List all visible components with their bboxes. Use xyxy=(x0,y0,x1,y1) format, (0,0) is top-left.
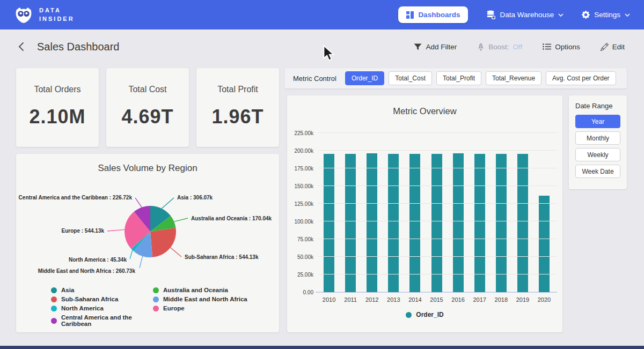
brand-logo[interactable]: DATA INSIDER xyxy=(14,6,75,24)
kpi-row: Total Orders2.10MTotal Cost4.69TTotal Pr… xyxy=(16,68,279,147)
back-button[interactable] xyxy=(16,40,26,54)
dashboards-grid-icon xyxy=(406,11,414,19)
list-icon xyxy=(543,43,551,50)
pie-chart-title: Sales Volume by Region xyxy=(16,154,279,174)
bar-2020[interactable] xyxy=(539,196,550,292)
rocket-icon xyxy=(477,43,485,51)
legend-item-australia-and-oceania[interactable]: Australia and Oceania xyxy=(153,287,247,293)
pie-leader-line xyxy=(171,248,181,257)
date-range-buttons: YearMonthlyWeeklyWeek Date xyxy=(575,115,620,178)
legend-dot xyxy=(153,296,159,302)
owl-logo-icon xyxy=(14,6,33,24)
pie-chart-card: Sales Volume by Region Asia : 306.07kAus… xyxy=(16,154,279,332)
bar-2017[interactable] xyxy=(474,154,485,292)
x-axis-label: 2011 xyxy=(340,296,361,303)
metric-chip-total-profit[interactable]: Total_Profit xyxy=(436,71,481,85)
legend-item-sub-saharan-africa[interactable]: Sub-Saharan Africa xyxy=(51,296,153,302)
x-axis-label: 2019 xyxy=(512,296,533,303)
options-button[interactable]: Options xyxy=(539,42,583,51)
add-filter-label: Add Filter xyxy=(426,43,457,51)
dashboards-button[interactable]: Dashboards xyxy=(398,6,468,23)
metric-control-label: Metric Control xyxy=(293,75,336,83)
date-range-year[interactable]: Year xyxy=(575,115,620,128)
x-axis-label: 2016 xyxy=(448,296,469,303)
date-range-card: Date Range YearMonthlyWeeklyWeek Date xyxy=(569,95,627,189)
dashboard-toolbar: Sales Dashboard Add Filter Boost: Off xyxy=(0,29,644,64)
date-range-week-date[interactable]: Week Date xyxy=(575,165,620,178)
x-axis-label: 2020 xyxy=(533,296,555,303)
bar-2019[interactable] xyxy=(517,154,528,292)
nav-item-data-warehouse[interactable]: Data Warehouse xyxy=(486,10,564,19)
legend-item-middle-east-and-north-africa[interactable]: Middle East and North Africa xyxy=(153,296,247,302)
gridline xyxy=(318,221,557,221)
y-axis-tick: 200.00k xyxy=(294,148,313,154)
bar-2013[interactable] xyxy=(388,154,399,292)
pie-leader-line xyxy=(140,256,143,268)
database-icon xyxy=(486,10,495,19)
legend-item-asia[interactable]: Asia xyxy=(51,287,153,293)
gridline xyxy=(318,239,557,239)
x-axis-label: 2014 xyxy=(404,296,426,303)
metric-chip-order-id[interactable]: Order_ID xyxy=(345,71,384,85)
pencil-icon xyxy=(601,43,609,51)
y-axis-tick: 50.00k xyxy=(297,254,313,260)
bar-2011[interactable] xyxy=(345,154,356,292)
metric-chip-total-cost[interactable]: Total_Cost xyxy=(389,71,432,85)
pie-chart: Asia : 306.07kAustralia and Oceania : 17… xyxy=(16,175,279,285)
date-range-monthly[interactable]: Monthly xyxy=(575,131,620,145)
settings-label: Settings xyxy=(594,11,620,19)
edit-button[interactable]: Edit xyxy=(597,42,628,51)
metric-chip-group: Order_IDTotal_CostTotal_ProfitTotal_Reve… xyxy=(345,71,616,85)
metric-control-bar: Metric Control Order_IDTotal_CostTotal_P… xyxy=(284,68,627,88)
bar-slot xyxy=(361,153,383,292)
footer-strip xyxy=(0,346,644,349)
legend-dot xyxy=(51,318,57,324)
bar-2014[interactable] xyxy=(409,154,420,292)
legend-item-europe[interactable]: Europe xyxy=(153,305,247,311)
boost-button[interactable]: Boost: Off xyxy=(474,42,525,51)
legend-dot xyxy=(153,287,159,293)
add-filter-button[interactable]: Add Filter xyxy=(411,42,460,51)
legend-item-central-america-and-the-caribbean[interactable]: Central America and the Caribbean xyxy=(51,314,153,327)
legend-label: Sub-Saharan Africa xyxy=(61,296,118,302)
legend-item-north-america[interactable]: North America xyxy=(51,305,153,311)
y-axis-tick: 25.00k xyxy=(297,272,313,278)
bar-legend[interactable]: Order_ID xyxy=(287,311,562,318)
legend-label: North America xyxy=(61,305,104,311)
gridline xyxy=(318,168,557,168)
chevron-down-icon xyxy=(558,13,564,17)
legend-dot xyxy=(406,312,412,318)
kpi-card-total-orders: Total Orders2.10M xyxy=(16,68,99,147)
bar-2018[interactable] xyxy=(496,154,507,292)
kpi-label: Total Orders xyxy=(16,85,99,94)
pie-label-middle-east-and-north-africa: Middle East and North Africa : 260.73k xyxy=(38,268,136,274)
x-axis-label: 2013 xyxy=(383,296,404,303)
pie-slice-sub-saharan-africa[interactable] xyxy=(150,228,176,257)
y-axis-tick: 75.00k xyxy=(297,236,313,242)
bar-2016[interactable] xyxy=(453,153,464,292)
bar-chart-plot: 0.0025.00k50.00k75.00k100.00k125.00k150.… xyxy=(318,133,555,292)
gridline xyxy=(318,132,557,133)
y-axis-tick: 175.00k xyxy=(294,166,313,172)
edit-label: Edit xyxy=(612,43,625,51)
x-axis-label: 2012 xyxy=(361,296,383,303)
bar-slot xyxy=(318,154,340,292)
metric-chip-total-revenue[interactable]: Total_Revenue xyxy=(486,71,541,85)
legend-label: Central America and the Caribbean xyxy=(61,314,153,327)
date-range-weekly[interactable]: Weekly xyxy=(575,148,620,161)
bar-2015[interactable] xyxy=(431,154,442,292)
boost-value: Off xyxy=(513,43,522,51)
pie-label-north-america: North America : 45.34k xyxy=(69,257,127,263)
bar-chart-card: Metric Overview 0.0025.00k50.00k75.00k10… xyxy=(287,95,562,332)
bar-slot xyxy=(491,154,512,292)
x-axis-label: 2015 xyxy=(426,296,447,303)
nav-item-settings[interactable]: Settings xyxy=(582,11,630,19)
options-label: Options xyxy=(555,43,580,51)
bar-2010[interactable] xyxy=(324,154,334,292)
bar-slot xyxy=(383,154,404,292)
boost-label: Boost: xyxy=(488,43,509,51)
x-axis-label: 2018 xyxy=(491,296,512,303)
metric-chip-avg-cost-per-order[interactable]: Avg. Cost per Order xyxy=(546,71,616,85)
pie-legend: AsiaAustralia and OceaniaSub-Saharan Afr… xyxy=(51,287,247,327)
bar-2012[interactable] xyxy=(367,153,377,292)
